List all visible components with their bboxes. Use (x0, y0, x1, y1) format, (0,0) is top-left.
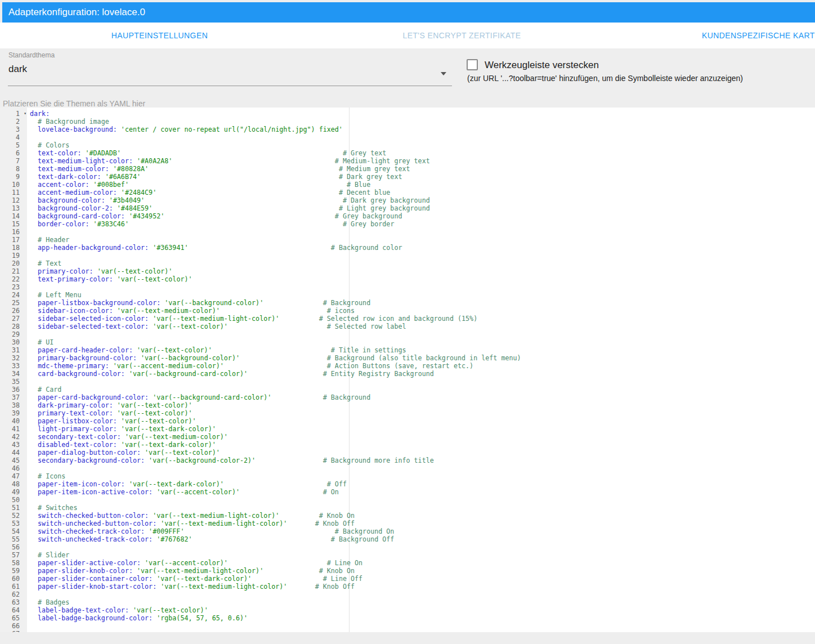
code-line[interactable]: text-primary-color: 'var(--text-color)' (30, 275, 521, 283)
code-line[interactable]: paper-item-icon-color: 'var(--text-dark-… (30, 480, 521, 488)
code-line[interactable]: text-medium-color: '#80828A' # Medium gr… (30, 165, 521, 173)
code-line[interactable]: primary-background-color: 'var(--backgro… (30, 354, 521, 362)
tab-kundenspezifische-karten[interactable]: KUNDENSPEZIFISCHE KARTEN (613, 23, 815, 48)
code-line[interactable]: # Slider (30, 551, 521, 559)
code-line[interactable] (30, 464, 521, 472)
line-number: 6 (0, 149, 27, 157)
theme-select-underline (8, 86, 452, 86)
code-line[interactable]: paper-listbox-color: 'var(--text-color)' (30, 417, 521, 425)
code-line[interactable]: text-medium-light-color: '#A0A2A8' # Med… (30, 157, 521, 165)
code-line[interactable]: primary-color: 'var(--text-color)' (30, 267, 521, 275)
code-line[interactable]: label-badge-text-color: 'var(--text-colo… (30, 606, 521, 614)
code-line[interactable]: switch-unchecked-track-color: '#767682' … (30, 535, 521, 543)
code-line[interactable]: background-card-color: '#434952' # Grey … (30, 212, 521, 220)
code-line[interactable]: # Switches (30, 504, 521, 512)
line-number: 10 (0, 181, 27, 189)
line-number: 47 (0, 472, 27, 480)
line-number: 12 (0, 196, 27, 204)
code-line[interactable]: accent-medium-color: '#2484C9' # Decent … (30, 189, 521, 196)
code-line[interactable]: sidebar-icon-color: 'var(--text-medium-c… (30, 307, 521, 315)
code-line[interactable]: paper-item-icon-active-color: 'var(--acc… (30, 488, 521, 496)
code-line[interactable]: paper-slider-active-color: 'var(--accent… (30, 559, 521, 567)
code-line[interactable]: switch-checked-button-color: 'var(--text… (30, 512, 521, 520)
code-line[interactable]: disabled-text-color: 'var(--text-dark-co… (30, 441, 521, 449)
code-line[interactable]: paper-slider-knob-color: 'var(--text-med… (30, 567, 521, 575)
code-line[interactable]: sidebar-selected-text-color: 'var(--text… (30, 323, 521, 330)
chevron-down-icon[interactable] (441, 72, 446, 75)
line-number: 58 (0, 559, 27, 567)
code-line[interactable] (30, 543, 521, 551)
code-line[interactable]: paper-listbox-background-color: 'var(--b… (30, 299, 521, 307)
tab-lets-encrypt-zertifikate[interactable]: LET'S ENCRYPT ZERTIFIKATE (311, 23, 613, 48)
fold-arrow-icon[interactable]: ▾ (24, 110, 26, 117)
code-line[interactable]: # Header (30, 236, 521, 244)
code-line[interactable]: sidebar-selected-icon-color: 'var(--text… (30, 315, 521, 323)
code-line[interactable]: # UI (30, 338, 521, 346)
line-number: 18 (0, 244, 27, 252)
code-line[interactable] (30, 330, 521, 338)
line-number: 5 (0, 141, 27, 149)
code-line[interactable]: app-header-background-color: '#363941' #… (30, 244, 521, 252)
tab-haupteinstellungen[interactable]: HAUPTEINSTELLUNGEN (8, 23, 311, 48)
line-number: 55 (0, 535, 27, 543)
line-number: 32 (0, 354, 27, 362)
line-number: 40 (0, 417, 27, 425)
yaml-editor[interactable]: 1▾23456789101112131415161718192021222324… (0, 108, 815, 632)
code-line[interactable]: light-primary-color: 'var(--text-dark-co… (30, 425, 521, 433)
code-line[interactable]: switch-checked-track-color: '#009FFF' # … (30, 527, 521, 535)
line-number: 44 (0, 449, 27, 457)
tab-bar: HAUPTEINSTELLUNGEN LET'S ENCRYPT ZERTIFI… (0, 23, 815, 48)
code-line[interactable]: paper-slider-container-color: 'var(--tex… (30, 575, 521, 583)
code-line[interactable]: # Card (30, 386, 521, 393)
code-line[interactable]: paper-dialog-button-color: 'var(--text-c… (30, 449, 521, 457)
code-line[interactable]: # Badges (30, 598, 521, 606)
code-line[interactable] (30, 630, 521, 632)
code-line[interactable]: secondary-background-color: 'var(--backg… (30, 457, 521, 464)
code-line[interactable]: card-background-color: 'var(--background… (30, 370, 521, 378)
code-line[interactable]: # Text (30, 260, 521, 267)
code-line[interactable]: background-color: '#3b4049' # Dark grey … (30, 196, 521, 204)
code-line[interactable] (30, 228, 521, 236)
code-line[interactable]: # Icons (30, 472, 521, 480)
code-line[interactable]: text-dark-color: '#6A6B74' # Dark grey t… (30, 173, 521, 181)
line-number: 41 (0, 425, 27, 433)
code-line[interactable]: secondary-text-color: 'var(--text-medium… (30, 433, 521, 441)
code-line[interactable]: text-color: '#DADADB' # Grey text (30, 149, 521, 157)
code-line[interactable] (30, 252, 521, 260)
line-number: 66 (0, 622, 27, 630)
line-number: 23 (0, 283, 27, 291)
code-line[interactable] (30, 133, 521, 141)
code-line[interactable]: # Background image (30, 118, 521, 126)
line-number: 27 (0, 315, 27, 323)
code-line[interactable]: # Colors (30, 141, 521, 149)
line-number: 8 (0, 165, 27, 173)
code-line[interactable]: mdc-theme-primary: 'var(--accent-medium-… (30, 362, 521, 370)
line-number: 63 (0, 598, 27, 606)
code-line[interactable]: lovelace-background: 'center / cover no-… (30, 126, 521, 133)
code-line[interactable]: # Left Menu (30, 291, 521, 299)
line-number: 2 (0, 118, 27, 126)
code-line[interactable]: primary-text-color: 'var(--text-color)' (30, 409, 521, 417)
code-line[interactable]: accent-color: '#008bef' # Blue (30, 181, 521, 189)
code-line[interactable] (30, 622, 521, 630)
theme-select[interactable]: dark (8, 64, 27, 75)
line-number: 11 (0, 189, 27, 196)
hide-toolbar-checkbox[interactable] (467, 59, 478, 70)
code-line[interactable] (30, 591, 521, 598)
code-line[interactable]: paper-card-header-color: 'var(--text-col… (30, 346, 521, 354)
code-line[interactable] (30, 496, 521, 504)
code-line[interactable]: paper-card-background-color: 'var(--back… (30, 393, 521, 401)
code-line[interactable]: paper-slider-knob-start-color: 'var(--te… (30, 583, 521, 591)
line-number: 35 (0, 378, 27, 386)
code-line[interactable]: dark-primary-color: 'var(--text-color)' (30, 401, 521, 409)
line-number: 64 (0, 606, 27, 614)
code-line[interactable]: dark: (30, 110, 521, 118)
code-line[interactable] (30, 283, 521, 291)
code-line[interactable]: background-color-2: '#484E59' # Light gr… (30, 204, 521, 212)
code-line[interactable]: switch-unchecked-button-color: 'var(--te… (30, 520, 521, 527)
code-line[interactable] (30, 378, 521, 386)
code-line[interactable]: label-badge-background-color: 'rgba(54, … (30, 614, 521, 622)
hide-toolbar-checkbox-label[interactable]: Werkzeugleiste verstecken (485, 60, 599, 71)
line-number: 14 (0, 212, 27, 220)
code-line[interactable]: border-color: '#383C46' # Grey border (30, 220, 521, 228)
